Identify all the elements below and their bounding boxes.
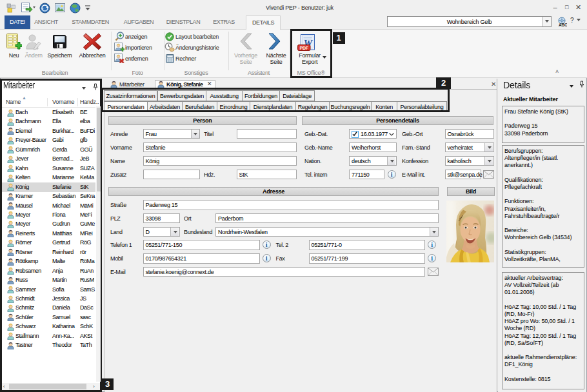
svg-text:ABC: ABC — [559, 23, 567, 27]
